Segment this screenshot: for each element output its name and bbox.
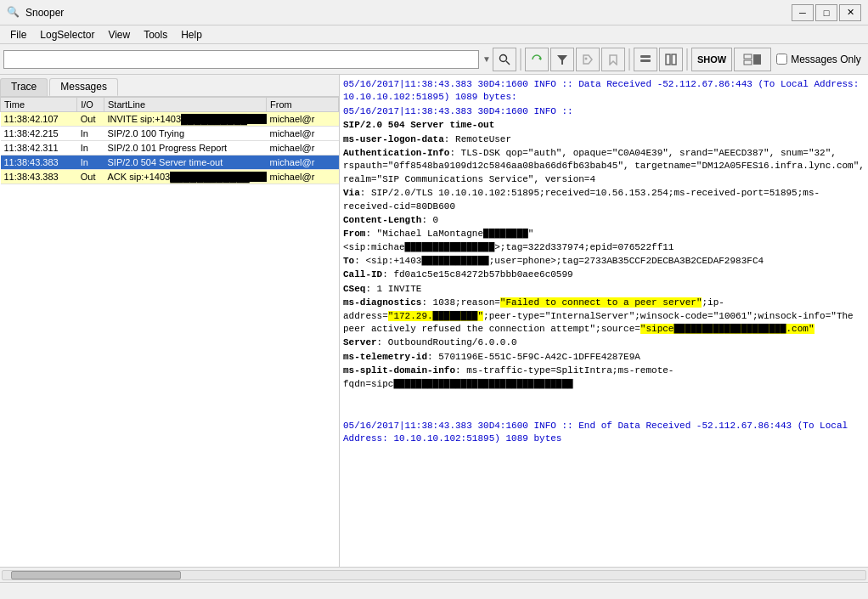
- cell-time: 11:38:42.107: [1, 112, 77, 127]
- cell-startline: SIP/2.0 101 Progress Report: [104, 141, 267, 155]
- menu-help[interactable]: Help: [174, 27, 209, 42]
- view-list-icon: [640, 54, 651, 65]
- tag-button[interactable]: [576, 48, 600, 71]
- layout-button[interactable]: [734, 48, 771, 71]
- table-row[interactable]: 11:38:42.107OutINVITE sip:+1403█████████…: [1, 112, 339, 127]
- separator-1: [520, 48, 521, 71]
- detail-line: Call-ID: fd0a1c5e15c84272b57bbb0aee6c059…: [343, 268, 865, 281]
- close-button[interactable]: ✕: [839, 4, 861, 21]
- minimize-button[interactable]: ─: [792, 4, 814, 21]
- detail-line: SIP/2.0 504 Server time-out: [343, 119, 865, 132]
- detail-line: CSeq: 1 INVITE: [343, 283, 865, 296]
- cell-from: michael@r: [267, 112, 339, 127]
- tab-bar: Trace Messages: [0, 75, 339, 97]
- app-title: Snooper: [25, 7, 792, 19]
- cell-startline: SIP/2.0 100 Trying: [104, 127, 267, 141]
- messages-only-checkbox[interactable]: [776, 54, 787, 65]
- detail-line: Authentication-Info: TLS-DSK qop="auth",…: [343, 147, 865, 186]
- svg-point-4: [584, 57, 587, 59]
- detail-line: 05/16/2017|11:38:43.383 30D4:1600 INFO :…: [343, 105, 865, 118]
- message-table-container[interactable]: Time I/O StartLine From 11:38:42.107OutI…: [0, 97, 339, 567]
- svg-rect-6: [640, 59, 651, 62]
- cell-io: In: [77, 155, 104, 170]
- bookmark-button[interactable]: [601, 48, 625, 71]
- view-split-button[interactable]: [659, 48, 683, 71]
- detail-line: ms-diagnostics: 1038;reason="Failed to c…: [343, 297, 865, 336]
- svg-marker-2: [538, 57, 541, 60]
- detail-line: Server: OutboundRouting/6.0.0.0: [343, 336, 865, 349]
- toolbar: ▼: [0, 44, 868, 75]
- messages-only-label: Messages Only: [791, 54, 861, 65]
- svg-rect-9: [744, 54, 752, 59]
- tab-messages[interactable]: Messages: [49, 78, 118, 96]
- svg-rect-5: [640, 55, 651, 58]
- main-content: Trace Messages Time I/O StartLine From 1…: [0, 75, 868, 567]
- scroll-track: [2, 570, 866, 580]
- cell-startline: INVITE sip:+1403████████████████: [104, 112, 267, 127]
- maximize-button[interactable]: □: [815, 4, 837, 21]
- refresh-button[interactable]: [525, 48, 549, 71]
- menu-logselector[interactable]: LogSelector: [33, 27, 101, 42]
- separator-2: [628, 48, 630, 71]
- detail-panel[interactable]: 05/16/2017|11:38:43.383 30D4:1600 INFO :…: [340, 75, 868, 567]
- detail-line: ms-telemetry-id: 5701196E-551C-5F9C-A42C…: [343, 351, 865, 364]
- dropdown-arrow-icon: ▼: [482, 54, 491, 64]
- horizontal-scrollbar[interactable]: [0, 567, 868, 582]
- left-panel: Trace Messages Time I/O StartLine From 1…: [0, 75, 340, 567]
- cell-io: Out: [77, 112, 104, 127]
- app-icon: 🔍: [7, 6, 20, 20]
- menu-file[interactable]: File: [3, 27, 33, 42]
- col-header-io: I/O: [77, 98, 104, 112]
- cell-time: 11:38:43.383: [1, 155, 77, 170]
- detail-line: From: "Michael LaMontagne████████" <sip:…: [343, 228, 865, 254]
- filter-icon: [556, 54, 568, 65]
- cell-io: In: [77, 127, 104, 141]
- table-row[interactable]: 11:38:42.215InSIP/2.0 100 Tryingmichael@…: [1, 127, 339, 141]
- message-table: Time I/O StartLine From 11:38:42.107OutI…: [0, 97, 339, 184]
- filter-combo[interactable]: [3, 50, 479, 69]
- svg-marker-3: [557, 55, 567, 65]
- show-button[interactable]: SHOW: [691, 48, 732, 71]
- detail-line: ms-user-logon-data: RemoteUser: [343, 133, 865, 146]
- detail-line: Via: SIP/2.0/TLS 10.10.10.102:51895;rece…: [343, 187, 865, 213]
- scroll-thumb[interactable]: [11, 571, 181, 579]
- cell-from: michael@r: [267, 141, 339, 155]
- svg-rect-11: [753, 54, 761, 65]
- cell-from: michael@r: [267, 127, 339, 141]
- filter-button[interactable]: [550, 48, 574, 71]
- status-bar: [0, 582, 868, 599]
- cell-io: Out: [77, 170, 104, 184]
- refresh-icon: [531, 54, 543, 65]
- cell-io: In: [77, 141, 104, 155]
- cell-from: michael@r: [267, 170, 339, 184]
- detail-line: 05/16/2017|11:38:43.383 30D4:1600 INFO :…: [343, 420, 865, 446]
- col-header-time: Time: [1, 98, 77, 112]
- messages-only-container: Messages Only: [776, 54, 861, 65]
- separator-3: [686, 48, 688, 71]
- cell-time: 11:38:42.215: [1, 127, 77, 141]
- cell-startline: ACK sip:+1403████████████████: [104, 170, 267, 184]
- menu-view[interactable]: View: [101, 27, 137, 42]
- svg-line-1: [506, 61, 510, 65]
- svg-rect-8: [672, 54, 676, 65]
- cell-time: 11:38:43.383: [1, 170, 77, 184]
- view-split-icon: [665, 54, 677, 65]
- window-controls: ─ □ ✕: [792, 4, 861, 21]
- search-button[interactable]: [493, 48, 516, 71]
- detail-line: [343, 405, 865, 418]
- menu-tools[interactable]: Tools: [137, 27, 174, 42]
- detail-line: 05/16/2017|11:38:43.383 30D4:1600 INFO :…: [343, 78, 865, 105]
- svg-rect-7: [666, 54, 670, 65]
- layout-icon: [743, 54, 762, 65]
- detail-line: ms-split-domain-info: ms-traffic-type=Sp…: [343, 364, 865, 391]
- table-row[interactable]: 11:38:42.311InSIP/2.0 101 Progress Repor…: [1, 141, 339, 155]
- svg-rect-10: [744, 60, 752, 65]
- title-bar: 🔍 Snooper ─ □ ✕: [0, 0, 868, 25]
- table-row[interactable]: 11:38:43.383InSIP/2.0 504 Server time-ou…: [1, 155, 339, 170]
- tab-trace[interactable]: Trace: [0, 78, 48, 96]
- cell-time: 11:38:42.311: [1, 141, 77, 155]
- col-header-from: From: [267, 98, 339, 112]
- table-row[interactable]: 11:38:43.383OutACK sip:+1403████████████…: [1, 170, 339, 184]
- view-list-button[interactable]: [634, 48, 657, 71]
- search-icon: [499, 54, 510, 65]
